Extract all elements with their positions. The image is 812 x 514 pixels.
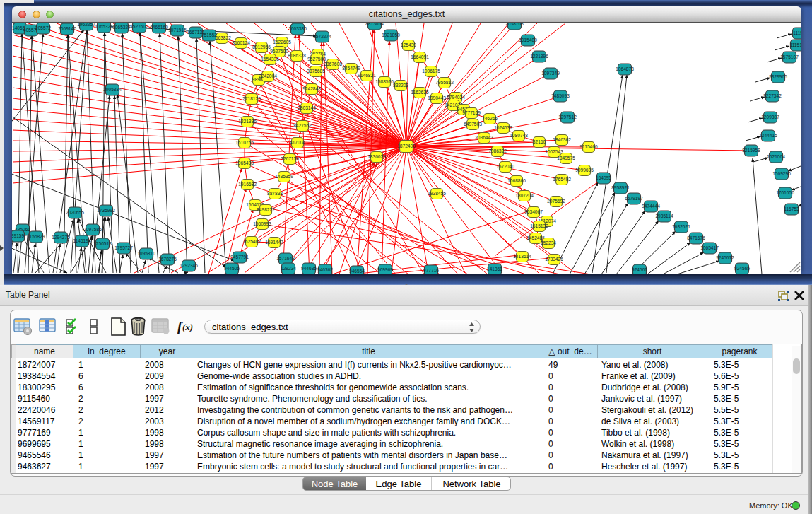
svg-text:2075692: 2075692 [547, 199, 565, 204]
svg-text:1846362: 1846362 [553, 137, 571, 142]
svg-text:924565: 924565 [734, 266, 750, 271]
svg-text:2242004: 2242004 [259, 74, 277, 78]
svg-text:1916682: 1916682 [238, 182, 257, 187]
svg-text:9245612: 9245612 [716, 255, 734, 260]
svg-text:3875685: 3875685 [307, 69, 325, 74]
svg-text:1080748: 1080748 [510, 133, 528, 138]
svg-text:924561: 924561 [632, 267, 647, 272]
svg-text:1624537: 1624537 [494, 125, 512, 130]
svg-text:944635: 944635 [301, 266, 317, 271]
svg-text:7625402: 7625402 [242, 239, 261, 244]
svg-text:1064878: 1064878 [616, 66, 634, 71]
svg-text:9099695: 9099695 [575, 168, 594, 173]
svg-text:1575107: 1575107 [780, 54, 799, 59]
svg-text:2020655: 2020655 [66, 210, 84, 215]
svg-text:1244415: 1244415 [759, 133, 777, 138]
svg-text:116753: 116753 [784, 206, 799, 211]
svg-text:9527500: 9527500 [270, 49, 288, 54]
svg-text:5794024: 5794024 [447, 95, 465, 100]
svg-text:9242848: 9242848 [302, 86, 321, 91]
svg-text:1002543: 1002543 [545, 149, 563, 154]
svg-text:2803144: 2803144 [298, 105, 316, 110]
svg-text:1071915: 1071915 [168, 28, 187, 33]
svg-text:1735992: 1735992 [97, 208, 115, 213]
svg-text:1065326: 1065326 [95, 24, 113, 29]
svg-text:9474444: 9474444 [642, 204, 660, 209]
svg-text:125439: 125439 [401, 42, 416, 47]
svg-text:1678275: 1678275 [158, 257, 177, 262]
svg-text:2036443: 2036443 [475, 135, 493, 140]
svg-text:8660124: 8660124 [232, 40, 250, 45]
svg-text:1588520: 1588520 [375, 79, 394, 84]
svg-text:1068860: 1068860 [507, 178, 526, 183]
svg-text:2718126: 2718126 [242, 96, 261, 101]
svg-text:6466160: 6466160 [150, 25, 168, 30]
svg-text:(x): (x) [182, 322, 193, 332]
svg-text:129234: 129234 [281, 266, 296, 271]
svg-text:8912956: 8912956 [252, 45, 271, 49]
svg-text:8813054: 8813054 [365, 23, 384, 26]
svg-text:1621064: 1621064 [767, 154, 785, 159]
svg-text:1250513: 1250513 [93, 241, 112, 246]
svg-text:9457791: 9457791 [230, 255, 249, 259]
svg-text:417004: 417004 [290, 140, 305, 145]
svg-text:1807204: 1807204 [515, 193, 534, 198]
svg-text:1095810: 1095810 [137, 251, 155, 256]
svg-text:9146821: 9146821 [358, 73, 376, 78]
svg-text:2005334: 2005334 [103, 87, 122, 92]
svg-text:1015480: 1015480 [519, 37, 537, 42]
svg-text:164095: 164095 [596, 175, 611, 180]
svg-text:946554: 946554 [349, 269, 365, 274]
svg-text:1156829: 1156829 [27, 234, 45, 239]
svg-text:1221396: 1221396 [530, 54, 548, 59]
svg-text:751552: 751552 [201, 33, 217, 37]
svg-text:1965498: 1965498 [235, 160, 254, 165]
svg-text:1872400: 1872400 [397, 144, 416, 148]
svg-text:2097586: 2097586 [83, 227, 102, 232]
svg-text:1221336: 1221336 [238, 119, 257, 124]
svg-text:7485093: 7485093 [551, 93, 570, 98]
svg-text:1435359: 1435359 [275, 174, 293, 179]
svg-text:8186328: 8186328 [288, 53, 306, 58]
svg-text:8958921: 8958921 [611, 185, 630, 190]
svg-text:9634067: 9634067 [524, 209, 543, 214]
svg-text:977716: 977716 [423, 268, 439, 273]
svg-text:3267130: 3267130 [281, 156, 299, 161]
svg-text:1522605: 1522605 [273, 40, 291, 45]
svg-text:746266: 746266 [482, 116, 498, 121]
svg-text:9227342: 9227342 [763, 93, 782, 98]
svg-text:2038768: 2038768 [505, 23, 524, 26]
svg-text:7632621: 7632621 [672, 224, 690, 229]
svg-text:11151: 11151 [793, 30, 801, 35]
svg-text:1162635: 1162635 [411, 90, 429, 95]
svg-text:946362: 946362 [317, 267, 333, 272]
svg-text:8572274: 8572274 [313, 34, 331, 39]
svg-text:1962257: 1962257 [77, 23, 95, 27]
svg-text:8427552: 8427552 [293, 123, 312, 128]
svg-text:1292346: 1292346 [180, 263, 198, 268]
svg-text:1527602: 1527602 [130, 24, 148, 29]
svg-text:8498222: 8498222 [257, 207, 275, 212]
svg-text:111512: 111512 [789, 42, 801, 47]
svg-text:1849575: 1849575 [557, 156, 575, 160]
svg-text:1572040: 1572040 [496, 164, 514, 169]
svg-text:141361: 141361 [487, 267, 502, 271]
svg-text:1571648: 1571648 [276, 256, 295, 261]
svg-text:1795727: 1795727 [114, 245, 133, 250]
svg-text:1610755: 1610755 [235, 140, 254, 145]
svg-text:9115460: 9115460 [579, 144, 598, 149]
svg-text:9329965: 9329965 [769, 74, 787, 79]
svg-text:1097349: 1097349 [541, 71, 560, 76]
svg-text:1921850: 1921850 [382, 33, 400, 37]
svg-text:1569290: 1569290 [772, 171, 791, 176]
svg-text:2069140: 2069140 [58, 26, 76, 31]
svg-text:1065417: 1065417 [700, 245, 719, 250]
svg-text:32160: 32160 [533, 139, 546, 144]
svg-text:2935114: 2935114 [655, 214, 673, 218]
svg-text:9527508: 9527508 [307, 57, 326, 62]
svg-text:1654336: 1654336 [261, 57, 279, 62]
svg-text:8215958: 8215958 [742, 148, 760, 153]
svg-text:1691447: 1691447 [265, 240, 283, 245]
svg-text:1733426: 1733426 [545, 257, 563, 262]
svg-text:1294275: 1294275 [52, 235, 70, 240]
